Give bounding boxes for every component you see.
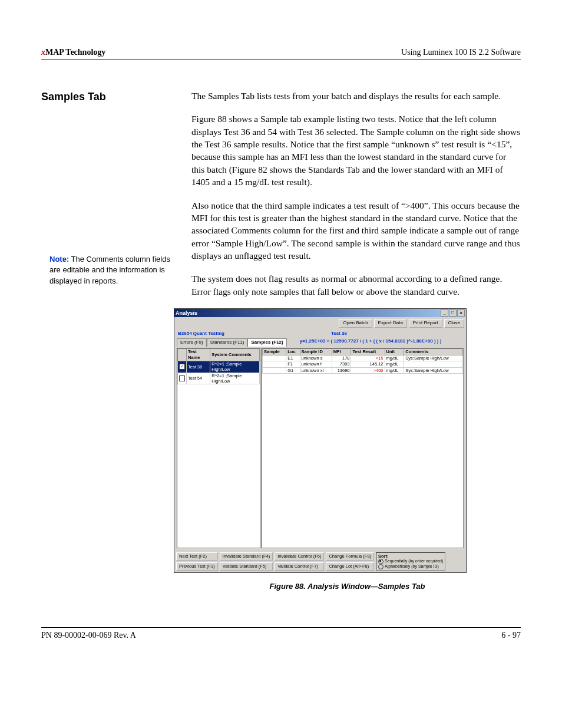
open-batch-button[interactable]: Open Batch bbox=[339, 319, 372, 328]
note-label: Note: bbox=[49, 255, 69, 263]
tab-errors[interactable]: Errors (F9) bbox=[177, 338, 207, 347]
maximize-icon[interactable]: □ bbox=[449, 309, 457, 317]
sort-title: Sort: bbox=[378, 554, 389, 559]
header-left: xMAP Technology bbox=[41, 47, 105, 58]
figure-caption: Figure 88. Analysis Window—Samples Tab bbox=[174, 581, 521, 592]
col-sampleid: Sample ID bbox=[300, 348, 332, 355]
bottom-button-row: Next Test (F2) Previous Test (F3) Invali… bbox=[174, 551, 466, 572]
header-left-rest: MAP Technology bbox=[45, 48, 105, 57]
col-comments: Comments bbox=[404, 348, 463, 355]
cell-testname: Test 36 bbox=[187, 361, 210, 373]
analysis-window: Analysis _ □ × Open Batch Export Data Pr… bbox=[174, 308, 467, 573]
validate-standard-button[interactable]: Validate Standard (F5) bbox=[220, 562, 273, 571]
radio-icon[interactable] bbox=[378, 559, 384, 564]
test-label: Test 36 bbox=[260, 331, 347, 337]
radio-icon[interactable] bbox=[378, 564, 384, 569]
window-controls: _ □ × bbox=[441, 309, 465, 317]
next-test-button[interactable]: Next Test (F2) bbox=[176, 552, 218, 561]
body-p1: The Samples Tab lists tests from your ba… bbox=[191, 90, 521, 102]
header-x: x bbox=[41, 48, 45, 57]
table-row[interactable]: F1 unknown f 7393 145.12 mg/dL bbox=[263, 361, 463, 367]
table-row[interactable]: G1 unknown xl 13690 >400 mg/dL Sys:Sampl… bbox=[263, 367, 463, 373]
table-row[interactable]: ✓ Test 36 R^2=1 ;Sample High/Low bbox=[178, 361, 260, 373]
col-check bbox=[178, 348, 187, 361]
col-sample: Sample bbox=[263, 348, 286, 355]
section-title: Samples Tab bbox=[41, 90, 174, 104]
checkbox-icon[interactable] bbox=[179, 375, 185, 381]
checkbox-icon[interactable]: ✓ bbox=[179, 364, 185, 370]
col-testname: Test Name bbox=[187, 348, 210, 361]
tab-row: Errors (F9) Standards (F11) Samples (F12… bbox=[174, 338, 289, 347]
page-footer: PN 89-00002-00-069 Rev. A 6 - 97 bbox=[41, 627, 521, 641]
cell-syscomment: R^2=1 ;Sample High/Low bbox=[210, 361, 260, 373]
tab-standards[interactable]: Standards (F11) bbox=[207, 338, 248, 347]
batch-title: B3654 Quant Testing bbox=[178, 331, 260, 337]
change-formula-button[interactable]: Change Formula (F8) bbox=[326, 552, 374, 561]
col-mfi: MFI bbox=[332, 348, 351, 355]
cell-testname: Test 54 bbox=[187, 373, 210, 384]
minimize-icon[interactable]: _ bbox=[441, 309, 448, 317]
body-p4: The system does not flag results as norm… bbox=[191, 272, 521, 298]
window-titlebar: Analysis _ □ × bbox=[174, 309, 466, 317]
invalidate-standard-button[interactable]: Invalidate Standard (F4) bbox=[220, 552, 273, 561]
col-loc: Loc bbox=[286, 348, 300, 355]
formula-text: y=1.25E+03 + ( 12590.7727 / ( 1 + ( ( x … bbox=[289, 338, 466, 347]
close-icon[interactable]: × bbox=[457, 309, 465, 317]
tests-panel: Test Name System Comments ✓ Test 36 R^2=… bbox=[177, 348, 260, 548]
footer-left: PN 89-00002-00-069 Rev. A bbox=[41, 630, 136, 641]
sort-option-alpha[interactable]: Alphabetically (by Sample ID) bbox=[385, 564, 439, 568]
validate-control-button[interactable]: Validate Control (F7) bbox=[275, 562, 324, 571]
body-p2: Figure 88 shows a Sample tab example lis… bbox=[191, 113, 521, 188]
sort-box: Sort: Sequentially (by order acquired) A… bbox=[376, 552, 445, 571]
window-title: Analysis bbox=[176, 309, 197, 317]
prev-test-button[interactable]: Previous Test (F3) bbox=[176, 562, 218, 571]
change-lot-button[interactable]: Change Lot (Alt+F8) bbox=[326, 562, 374, 571]
col-syscomments: System Comments bbox=[210, 348, 260, 361]
export-data-button[interactable]: Export Data bbox=[374, 319, 407, 328]
table-row[interactable]: E1 unknown s 178 <15 mg/dL Sys:Sample Hi… bbox=[263, 355, 463, 361]
top-button-row: Open Batch Export Data Print Report Clos… bbox=[174, 317, 466, 330]
table-row[interactable]: Test 54 R^2=1 ;Sample High/Low bbox=[178, 373, 260, 384]
close-button[interactable]: Close bbox=[444, 319, 464, 328]
header-right: Using Luminex 100 IS 2.2 Software bbox=[401, 47, 521, 58]
col-testresult: Test Result bbox=[351, 348, 385, 355]
sort-option-seq[interactable]: Sequentially (by order acquired) bbox=[385, 559, 443, 563]
cell-syscomment: R^2=1 ;Sample High/Low bbox=[210, 373, 260, 384]
print-report-button[interactable]: Print Report bbox=[409, 319, 442, 328]
col-unit: Unit bbox=[385, 348, 404, 355]
tab-samples[interactable]: Samples (F12) bbox=[247, 338, 286, 347]
body-p3: Also notice that the third sample indica… bbox=[191, 199, 521, 262]
note-box: Note: The Comments column fields are edi… bbox=[41, 254, 174, 286]
page-header: xMAP Technology Using Luminex 100 IS 2.2… bbox=[41, 47, 521, 60]
invalidate-control-button[interactable]: Invalidate Control (F6) bbox=[275, 552, 324, 561]
footer-right: 6 - 97 bbox=[501, 630, 521, 641]
samples-panel: Sample Loc Sample ID MFI Test Result Uni… bbox=[262, 348, 464, 548]
